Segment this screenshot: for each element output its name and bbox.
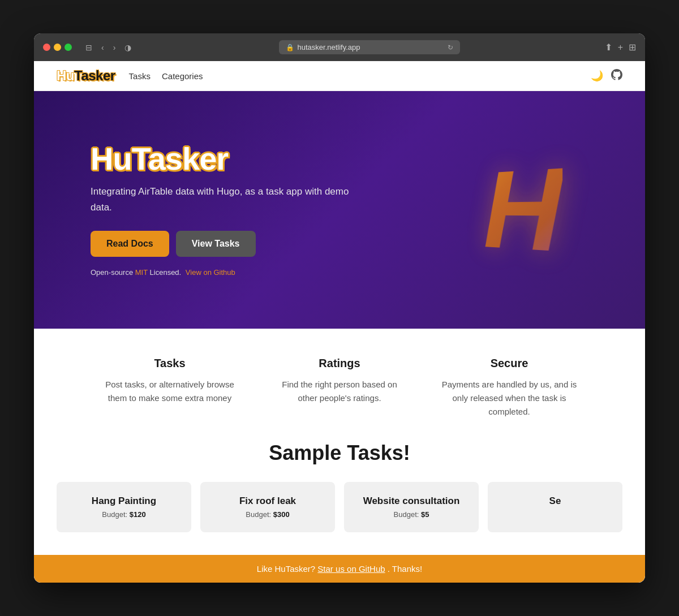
github-link[interactable]: View on Github <box>186 268 235 277</box>
url-text: hutasker.netlify.app <box>298 43 360 51</box>
footer-text-after: . Thanks! <box>388 564 422 574</box>
hero-subtitle: Integrating AirTable data with Hugo, as … <box>91 184 362 214</box>
browser-chrome: ⊟ ‹ › ◑ 🔒 hutasker.netlify.app ↻ ⬆ + ⊞ <box>34 33 645 61</box>
feature-secure: Secure Payments are handled by us, and i… <box>424 357 594 419</box>
address-bar[interactable]: 🔒 hutasker.netlify.app ↻ <box>279 40 460 54</box>
card-fade-overlay <box>600 482 622 532</box>
sample-tasks-title: Sample Tasks! <box>57 441 622 465</box>
nav-categories[interactable]: Categories <box>162 71 203 81</box>
site-wrapper: HuTasker Tasks Categories 🌙 HuTasker Int… <box>34 61 645 583</box>
feature-tasks-desc: Post tasks, or alternatively browse them… <box>102 378 238 405</box>
refresh-icon[interactable]: ↻ <box>448 44 453 51</box>
hero-buttons: Read Docs View Tasks <box>91 231 362 257</box>
feature-secure-desc: Payments are handled by us, and is only … <box>441 378 577 419</box>
forward-icon[interactable]: › <box>111 42 118 53</box>
task-name-website: Website consultation <box>355 496 467 507</box>
tasks-grid: Hang Painting Budget: $120 Fix roof leak… <box>57 482 622 532</box>
license-text: Open-source <box>91 268 133 277</box>
task-name-hang-painting: Hang Painting <box>68 496 180 507</box>
hero-h-graphic: H <box>483 140 562 279</box>
hero-logo: HuTasker <box>91 143 362 175</box>
shield-icon: ◑ <box>122 42 134 53</box>
feature-ratings-desc: Find the right person based on other peo… <box>272 378 407 405</box>
mit-link[interactable]: MIT <box>135 268 148 277</box>
feature-ratings: Ratings Find the right person based on o… <box>255 357 424 419</box>
grid-icon[interactable]: ⊞ <box>629 42 636 53</box>
task-card-hang-painting[interactable]: Hang Painting Budget: $120 <box>57 482 191 532</box>
site-footer: Like HuTasker? Star us on GitHub . Thank… <box>34 555 645 583</box>
browser-actions: ⬆ + ⊞ <box>605 42 636 53</box>
back-icon[interactable]: ‹ <box>99 42 106 53</box>
task-card-partial[interactable]: Se <box>488 482 622 532</box>
read-docs-button[interactable]: Read Docs <box>91 231 169 257</box>
close-button[interactable] <box>43 44 50 51</box>
task-card-fix-roof[interactable]: Fix roof leak Budget: $300 <box>200 482 335 532</box>
feature-secure-title: Secure <box>441 357 577 370</box>
view-tasks-button[interactable]: View Tasks <box>176 231 256 257</box>
task-name-fix-roof: Fix roof leak <box>212 496 324 507</box>
task-budget-hang-painting: Budget: $120 <box>68 510 180 519</box>
site-nav: HuTasker Tasks Categories 🌙 <box>34 61 645 91</box>
hero-content: HuTasker Integrating AirTable data with … <box>91 143 362 276</box>
share-icon[interactable]: ⬆ <box>605 42 612 53</box>
footer-text-before: Like HuTasker? <box>257 564 315 574</box>
hero-license: Open-source MIT Licensed. View on Github <box>91 268 362 277</box>
hero-illustration: H <box>430 125 611 295</box>
browser-window: ⊟ ‹ › ◑ 🔒 hutasker.netlify.app ↻ ⬆ + ⊞ H… <box>34 33 645 583</box>
maximize-button[interactable] <box>65 44 72 51</box>
task-budget-fix-roof: Budget: $300 <box>212 510 324 519</box>
dark-mode-icon[interactable]: 🌙 <box>591 70 603 82</box>
sidebar-toggle-icon[interactable]: ⊟ <box>83 42 94 53</box>
feature-tasks-title: Tasks <box>102 357 238 370</box>
github-nav-icon[interactable] <box>611 69 622 83</box>
site-logo[interactable]: HuTasker <box>57 68 115 84</box>
new-tab-icon[interactable]: + <box>618 42 623 53</box>
traffic-lights <box>43 44 72 51</box>
license-mid: Licensed. <box>150 268 182 277</box>
nav-links: Tasks Categories <box>129 71 577 81</box>
minimize-button[interactable] <box>54 44 61 51</box>
features-grid: Tasks Post tasks, or alternatively brows… <box>85 357 594 419</box>
logo-tasker: Tasker <box>74 68 115 83</box>
browser-controls: ⊟ ‹ › ◑ <box>83 42 134 53</box>
feature-tasks: Tasks Post tasks, or alternatively brows… <box>85 357 255 419</box>
task-card-website[interactable]: Website consultation Budget: $5 <box>344 482 479 532</box>
feature-ratings-title: Ratings <box>272 357 407 370</box>
task-name-partial: Se <box>499 496 611 507</box>
nav-actions: 🌙 <box>591 69 622 83</box>
nav-tasks[interactable]: Tasks <box>129 71 151 81</box>
address-bar-wrap: 🔒 hutasker.netlify.app ↻ <box>140 40 598 54</box>
lock-icon: 🔒 <box>286 44 294 51</box>
footer-github-link[interactable]: Star us on GitHub <box>317 564 385 574</box>
features-section: Tasks Post tasks, or alternatively brows… <box>34 329 645 430</box>
task-budget-website: Budget: $5 <box>355 510 467 519</box>
sample-tasks-section: Sample Tasks! Hang Painting Budget: $120… <box>34 430 645 555</box>
hero-section: HuTasker Integrating AirTable data with … <box>34 91 645 329</box>
logo-hu: Hu <box>57 68 74 83</box>
